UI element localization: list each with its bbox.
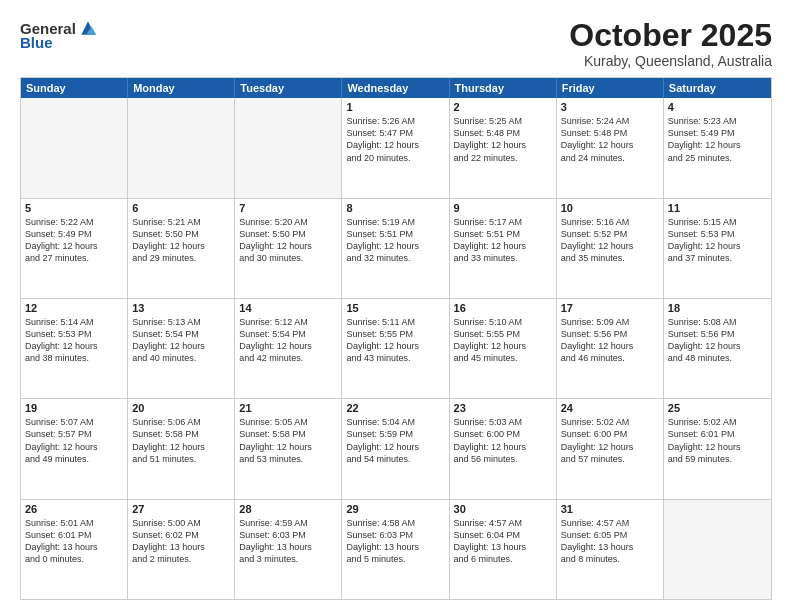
day-number: 21 <box>239 402 337 414</box>
calendar-cell: 21Sunrise: 5:05 AM Sunset: 5:58 PM Dayli… <box>235 399 342 498</box>
page: General Blue October 2025 Kuraby, Queens… <box>0 0 792 612</box>
calendar-cell: 13Sunrise: 5:13 AM Sunset: 5:54 PM Dayli… <box>128 299 235 398</box>
day-number: 7 <box>239 202 337 214</box>
calendar-row: 26Sunrise: 5:01 AM Sunset: 6:01 PM Dayli… <box>21 499 771 599</box>
day-number: 26 <box>25 503 123 515</box>
calendar-cell: 7Sunrise: 5:20 AM Sunset: 5:50 PM Daylig… <box>235 199 342 298</box>
day-number: 19 <box>25 402 123 414</box>
cell-text: Sunrise: 5:26 AM Sunset: 5:47 PM Dayligh… <box>346 115 444 164</box>
calendar-cell: 10Sunrise: 5:16 AM Sunset: 5:52 PM Dayli… <box>557 199 664 298</box>
day-number: 25 <box>668 402 767 414</box>
weekday-header-friday: Friday <box>557 78 664 98</box>
calendar-cell: 30Sunrise: 4:57 AM Sunset: 6:04 PM Dayli… <box>450 500 557 599</box>
cell-text: Sunrise: 5:20 AM Sunset: 5:50 PM Dayligh… <box>239 216 337 265</box>
day-number: 5 <box>25 202 123 214</box>
calendar-cell: 23Sunrise: 5:03 AM Sunset: 6:00 PM Dayli… <box>450 399 557 498</box>
calendar-cell: 2Sunrise: 5:25 AM Sunset: 5:48 PM Daylig… <box>450 98 557 197</box>
day-number: 2 <box>454 101 552 113</box>
cell-text: Sunrise: 5:09 AM Sunset: 5:56 PM Dayligh… <box>561 316 659 365</box>
calendar-cell: 16Sunrise: 5:10 AM Sunset: 5:55 PM Dayli… <box>450 299 557 398</box>
calendar-cell: 11Sunrise: 5:15 AM Sunset: 5:53 PM Dayli… <box>664 199 771 298</box>
calendar-cell <box>21 98 128 197</box>
logo-icon <box>78 18 98 38</box>
calendar-body: 1Sunrise: 5:26 AM Sunset: 5:47 PM Daylig… <box>21 98 771 599</box>
calendar-cell: 29Sunrise: 4:58 AM Sunset: 6:03 PM Dayli… <box>342 500 449 599</box>
calendar-cell: 14Sunrise: 5:12 AM Sunset: 5:54 PM Dayli… <box>235 299 342 398</box>
cell-text: Sunrise: 5:07 AM Sunset: 5:57 PM Dayligh… <box>25 416 123 465</box>
calendar-cell: 8Sunrise: 5:19 AM Sunset: 5:51 PM Daylig… <box>342 199 449 298</box>
day-number: 4 <box>668 101 767 113</box>
cell-text: Sunrise: 5:22 AM Sunset: 5:49 PM Dayligh… <box>25 216 123 265</box>
day-number: 20 <box>132 402 230 414</box>
day-number: 9 <box>454 202 552 214</box>
calendar-cell: 28Sunrise: 4:59 AM Sunset: 6:03 PM Dayli… <box>235 500 342 599</box>
calendar-cell: 19Sunrise: 5:07 AM Sunset: 5:57 PM Dayli… <box>21 399 128 498</box>
calendar-cell: 31Sunrise: 4:57 AM Sunset: 6:05 PM Dayli… <box>557 500 664 599</box>
cell-text: Sunrise: 5:02 AM Sunset: 6:00 PM Dayligh… <box>561 416 659 465</box>
cell-text: Sunrise: 5:11 AM Sunset: 5:55 PM Dayligh… <box>346 316 444 365</box>
day-number: 12 <box>25 302 123 314</box>
day-number: 3 <box>561 101 659 113</box>
title-block: October 2025 Kuraby, Queensland, Austral… <box>569 18 772 69</box>
cell-text: Sunrise: 4:57 AM Sunset: 6:05 PM Dayligh… <box>561 517 659 566</box>
calendar-cell: 12Sunrise: 5:14 AM Sunset: 5:53 PM Dayli… <box>21 299 128 398</box>
day-number: 30 <box>454 503 552 515</box>
cell-text: Sunrise: 5:02 AM Sunset: 6:01 PM Dayligh… <box>668 416 767 465</box>
weekday-header-sunday: Sunday <box>21 78 128 98</box>
cell-text: Sunrise: 4:57 AM Sunset: 6:04 PM Dayligh… <box>454 517 552 566</box>
weekday-header-wednesday: Wednesday <box>342 78 449 98</box>
calendar-cell: 22Sunrise: 5:04 AM Sunset: 5:59 PM Dayli… <box>342 399 449 498</box>
cell-text: Sunrise: 4:59 AM Sunset: 6:03 PM Dayligh… <box>239 517 337 566</box>
location-title: Kuraby, Queensland, Australia <box>569 53 772 69</box>
day-number: 10 <box>561 202 659 214</box>
cell-text: Sunrise: 5:24 AM Sunset: 5:48 PM Dayligh… <box>561 115 659 164</box>
calendar-cell: 1Sunrise: 5:26 AM Sunset: 5:47 PM Daylig… <box>342 98 449 197</box>
cell-text: Sunrise: 5:01 AM Sunset: 6:01 PM Dayligh… <box>25 517 123 566</box>
calendar-cell: 20Sunrise: 5:06 AM Sunset: 5:58 PM Dayli… <box>128 399 235 498</box>
day-number: 11 <box>668 202 767 214</box>
calendar-cell: 17Sunrise: 5:09 AM Sunset: 5:56 PM Dayli… <box>557 299 664 398</box>
cell-text: Sunrise: 5:21 AM Sunset: 5:50 PM Dayligh… <box>132 216 230 265</box>
day-number: 29 <box>346 503 444 515</box>
day-number: 17 <box>561 302 659 314</box>
day-number: 24 <box>561 402 659 414</box>
calendar-cell: 26Sunrise: 5:01 AM Sunset: 6:01 PM Dayli… <box>21 500 128 599</box>
cell-text: Sunrise: 5:14 AM Sunset: 5:53 PM Dayligh… <box>25 316 123 365</box>
cell-text: Sunrise: 5:05 AM Sunset: 5:58 PM Dayligh… <box>239 416 337 465</box>
cell-text: Sunrise: 4:58 AM Sunset: 6:03 PM Dayligh… <box>346 517 444 566</box>
day-number: 15 <box>346 302 444 314</box>
cell-text: Sunrise: 5:23 AM Sunset: 5:49 PM Dayligh… <box>668 115 767 164</box>
cell-text: Sunrise: 5:00 AM Sunset: 6:02 PM Dayligh… <box>132 517 230 566</box>
day-number: 31 <box>561 503 659 515</box>
day-number: 1 <box>346 101 444 113</box>
month-title: October 2025 <box>569 18 772 53</box>
calendar-cell: 15Sunrise: 5:11 AM Sunset: 5:55 PM Dayli… <box>342 299 449 398</box>
calendar-cell: 24Sunrise: 5:02 AM Sunset: 6:00 PM Dayli… <box>557 399 664 498</box>
cell-text: Sunrise: 5:13 AM Sunset: 5:54 PM Dayligh… <box>132 316 230 365</box>
cell-text: Sunrise: 5:25 AM Sunset: 5:48 PM Dayligh… <box>454 115 552 164</box>
weekday-header-saturday: Saturday <box>664 78 771 98</box>
cell-text: Sunrise: 5:08 AM Sunset: 5:56 PM Dayligh… <box>668 316 767 365</box>
calendar-cell: 3Sunrise: 5:24 AM Sunset: 5:48 PM Daylig… <box>557 98 664 197</box>
day-number: 8 <box>346 202 444 214</box>
calendar-header: SundayMondayTuesdayWednesdayThursdayFrid… <box>21 78 771 98</box>
day-number: 14 <box>239 302 337 314</box>
cell-text: Sunrise: 5:16 AM Sunset: 5:52 PM Dayligh… <box>561 216 659 265</box>
weekday-header-tuesday: Tuesday <box>235 78 342 98</box>
weekday-header-monday: Monday <box>128 78 235 98</box>
header: General Blue October 2025 Kuraby, Queens… <box>20 18 772 69</box>
cell-text: Sunrise: 5:04 AM Sunset: 5:59 PM Dayligh… <box>346 416 444 465</box>
calendar-row: 19Sunrise: 5:07 AM Sunset: 5:57 PM Dayli… <box>21 398 771 498</box>
day-number: 28 <box>239 503 337 515</box>
day-number: 6 <box>132 202 230 214</box>
calendar: SundayMondayTuesdayWednesdayThursdayFrid… <box>20 77 772 600</box>
calendar-cell: 27Sunrise: 5:00 AM Sunset: 6:02 PM Dayli… <box>128 500 235 599</box>
cell-text: Sunrise: 5:17 AM Sunset: 5:51 PM Dayligh… <box>454 216 552 265</box>
calendar-cell: 4Sunrise: 5:23 AM Sunset: 5:49 PM Daylig… <box>664 98 771 197</box>
logo-blue-text: Blue <box>20 34 53 51</box>
day-number: 23 <box>454 402 552 414</box>
calendar-cell: 6Sunrise: 5:21 AM Sunset: 5:50 PM Daylig… <box>128 199 235 298</box>
cell-text: Sunrise: 5:12 AM Sunset: 5:54 PM Dayligh… <box>239 316 337 365</box>
day-number: 27 <box>132 503 230 515</box>
cell-text: Sunrise: 5:10 AM Sunset: 5:55 PM Dayligh… <box>454 316 552 365</box>
